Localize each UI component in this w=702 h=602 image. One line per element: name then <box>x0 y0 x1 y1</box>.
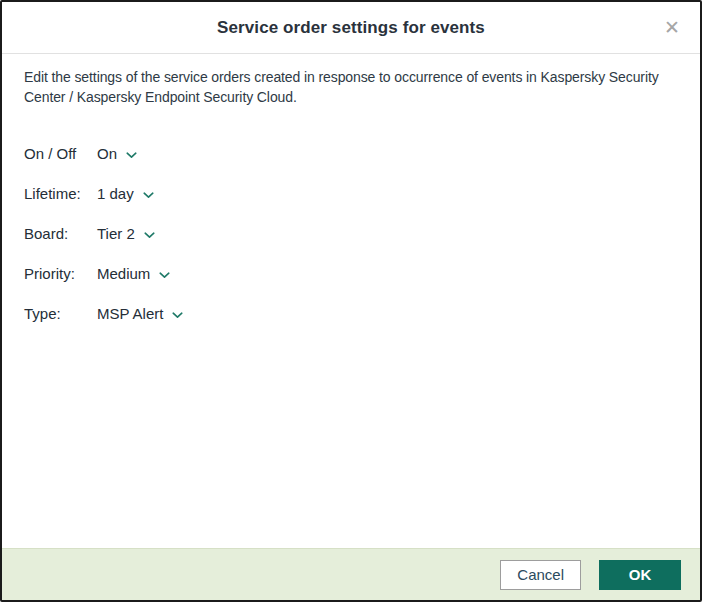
type-dropdown[interactable]: MSP Alert <box>97 304 183 324</box>
on-off-dropdown[interactable]: On <box>97 144 137 164</box>
form-row-priority: Priority: Medium <box>24 264 678 304</box>
chevron-down-icon <box>159 272 170 279</box>
ok-button[interactable]: OK <box>599 560 681 590</box>
chevron-down-icon <box>143 192 154 199</box>
dialog-header: Service order settings for events ✕ <box>2 2 700 54</box>
field-label-board: Board: <box>24 224 97 244</box>
dialog-footer: Cancel OK <box>2 548 700 600</box>
on-off-value: On <box>97 144 117 164</box>
board-dropdown[interactable]: Tier 2 <box>97 224 155 244</box>
service-order-settings-dialog: Service order settings for events ✕ Edit… <box>0 0 702 602</box>
dialog-title: Service order settings for events <box>217 18 485 38</box>
cancel-button[interactable]: Cancel <box>500 560 581 590</box>
form-row-lifetime: Lifetime: 1 day <box>24 184 678 224</box>
dialog-description: Edit the settings of the service orders … <box>24 67 678 107</box>
close-button[interactable]: ✕ <box>658 14 686 42</box>
chevron-down-icon <box>126 152 137 159</box>
settings-form: On / Off On Lifetime: 1 day <box>24 144 678 344</box>
form-row-board: Board: Tier 2 <box>24 224 678 264</box>
field-label-priority: Priority: <box>24 264 97 284</box>
type-value: MSP Alert <box>97 304 163 324</box>
field-label-on-off: On / Off <box>24 144 97 164</box>
form-row-on-off: On / Off On <box>24 144 678 184</box>
dialog-body: Edit the settings of the service orders … <box>2 54 700 548</box>
priority-value: Medium <box>97 264 150 284</box>
priority-dropdown[interactable]: Medium <box>97 264 170 284</box>
close-icon: ✕ <box>664 17 680 38</box>
chevron-down-icon <box>172 312 183 319</box>
field-label-type: Type: <box>24 304 97 324</box>
lifetime-value: 1 day <box>97 184 134 204</box>
chevron-down-icon <box>144 232 155 239</box>
field-label-lifetime: Lifetime: <box>24 184 97 204</box>
form-row-type: Type: MSP Alert <box>24 304 678 344</box>
lifetime-dropdown[interactable]: 1 day <box>97 184 154 204</box>
board-value: Tier 2 <box>97 224 135 244</box>
